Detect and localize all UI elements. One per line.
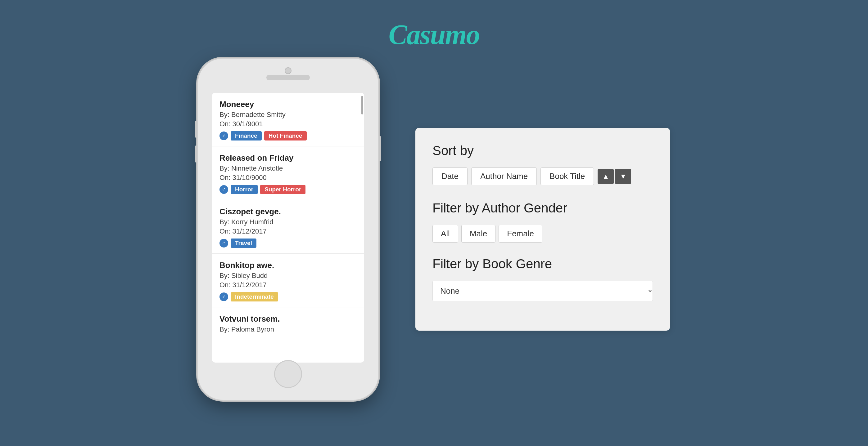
gender-male-button[interactable]: Male xyxy=(461,225,495,243)
book-date: On: 31/12/2017 xyxy=(219,227,357,235)
book-title: Ciszopet gevge. xyxy=(219,207,357,216)
genre-select[interactable]: NoneFinanceHorrorTravelIndeterminate xyxy=(432,281,653,301)
book-title: Released on Friday xyxy=(219,153,357,163)
book-tag: Finance xyxy=(231,131,262,140)
book-tags: ♂Travel xyxy=(219,239,357,248)
filter-gender-title: Filter by Author Gender xyxy=(432,201,653,215)
book-item[interactable]: Released on FridayBy: Ninnette Aristotle… xyxy=(212,146,364,200)
book-tag: Hot Finance xyxy=(264,131,307,140)
filter-gender-section: Filter by Author Gender All Male Female xyxy=(432,201,653,243)
book-tag: Super Horror xyxy=(260,185,306,194)
filter-genre-title: Filter by Book Genre xyxy=(432,256,653,271)
sort-desc-button[interactable]: ▼ xyxy=(615,169,631,184)
gender-all-button[interactable]: All xyxy=(432,225,458,243)
book-tag: Horror xyxy=(231,185,258,194)
phone-home-button[interactable] xyxy=(274,360,302,388)
scrollbar[interactable] xyxy=(361,96,363,114)
gender-icon: ♂ xyxy=(219,239,228,247)
book-item[interactable]: Bonkitop awe.By: Sibley BuddOn: 31/12/20… xyxy=(212,254,364,307)
book-title: Votvuni torsem. xyxy=(219,314,357,324)
book-list: MoneeeyBy: Bernadette SmittyOn: 30/1/900… xyxy=(212,93,364,340)
book-author: By: Paloma Byron xyxy=(219,325,357,334)
book-author: By: Bernadette Smitty xyxy=(219,111,357,119)
phone-side-btn-right xyxy=(379,136,381,161)
sort-row: Date Author Name Book Title ▲ ▼ xyxy=(432,168,653,185)
gender-icon: ♂ xyxy=(219,185,228,194)
logo-area: Casumo xyxy=(389,19,479,50)
sort-author-name-button[interactable]: Author Name xyxy=(471,168,537,185)
book-date: On: 31/10/9000 xyxy=(219,174,357,182)
sort-arrows: ▲ ▼ xyxy=(598,169,631,184)
sort-date-button[interactable]: Date xyxy=(432,168,468,185)
gender-buttons-group: All Male Female xyxy=(432,225,653,243)
gender-icon: ♂ xyxy=(219,293,228,301)
book-date: On: 31/12/2017 xyxy=(219,281,357,289)
filter-genre-section: Filter by Book Genre NoneFinanceHorrorTr… xyxy=(432,256,653,301)
phone-screen: MoneeeyBy: Bernadette SmittyOn: 30/1/900… xyxy=(212,93,364,363)
phone-side-btn-left2 xyxy=(195,145,197,163)
phone-side-btn-left xyxy=(195,121,197,138)
sort-asc-button[interactable]: ▲ xyxy=(598,169,614,184)
book-title: Moneeey xyxy=(219,100,357,109)
book-author: By: Ninnette Aristotle xyxy=(219,164,357,172)
sort-section: Sort by Date Author Name Book Title ▲ ▼ xyxy=(432,143,653,185)
book-author: By: Korry Humfrid xyxy=(219,218,357,226)
book-title: Bonkitop awe. xyxy=(219,261,357,270)
gender-female-button[interactable]: Female xyxy=(499,225,542,243)
sort-book-title-button[interactable]: Book Title xyxy=(540,168,594,185)
book-tags: ♂FinanceHot Finance xyxy=(219,131,357,140)
phone-wrapper: MoneeeyBy: Bernadette SmittyOn: 30/1/900… xyxy=(198,59,378,400)
book-tag: Indeterminate xyxy=(231,292,278,302)
sort-by-title: Sort by xyxy=(432,143,653,158)
controls-panel: Sort by Date Author Name Book Title ▲ ▼ … xyxy=(415,128,670,331)
casumo-logo: Casumo xyxy=(389,19,479,50)
phone-device: MoneeeyBy: Bernadette SmittyOn: 30/1/900… xyxy=(198,59,378,400)
book-date: On: 30/1/9001 xyxy=(219,120,357,128)
phone-camera xyxy=(285,67,291,74)
gender-icon: ♂ xyxy=(219,132,228,140)
book-author: By: Sibley Budd xyxy=(219,272,357,280)
book-item[interactable]: Votvuni torsem.By: Paloma Byron xyxy=(212,307,364,340)
book-item[interactable]: MoneeeyBy: Bernadette SmittyOn: 30/1/900… xyxy=(212,93,364,146)
book-tag: Travel xyxy=(231,239,256,248)
book-tags: ♂Indeterminate xyxy=(219,292,357,302)
book-item[interactable]: Ciszopet gevge.By: Korry HumfridOn: 31/1… xyxy=(212,200,364,254)
book-tags: ♂HorrorSuper Horror xyxy=(219,185,357,194)
